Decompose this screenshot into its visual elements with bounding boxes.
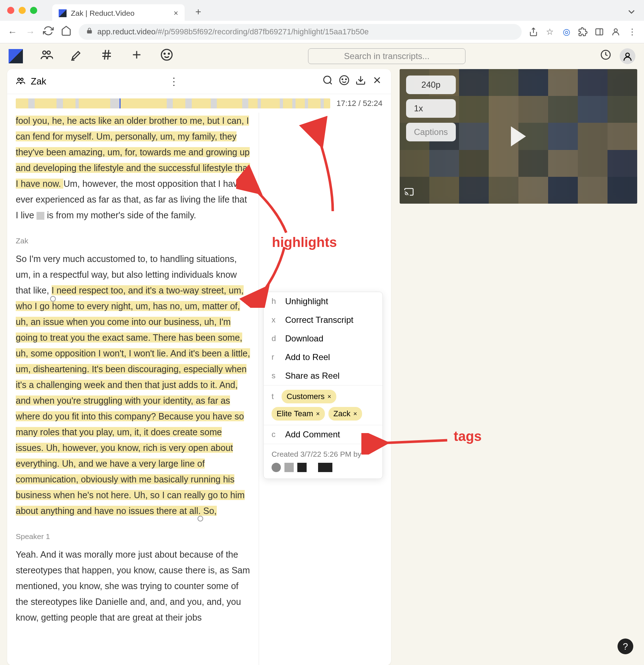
redacted-name xyxy=(318,463,332,472)
selection-handle-start[interactable] xyxy=(50,296,56,302)
chrome-dropdown-icon[interactable] xyxy=(626,6,637,17)
transcript-para: fool you, he, he acts like an older brot… xyxy=(16,113,250,223)
tags-row: tCustomers ×Elite Team ×Zack × xyxy=(264,385,382,425)
search-input[interactable]: Search in transcripts... xyxy=(308,48,465,64)
svg-point-16 xyxy=(18,78,20,81)
video-player[interactable]: 240p 1x Captions xyxy=(400,69,637,204)
speaker-label: Zak xyxy=(16,233,250,249)
panel-kebab-icon[interactable]: ⋮ xyxy=(169,76,179,87)
tag-remove-icon[interactable]: × xyxy=(327,393,331,401)
help-button[interactable]: ? xyxy=(618,639,633,654)
extension-1password-icon[interactable]: ◎ xyxy=(562,27,571,37)
selection-handle-end[interactable] xyxy=(197,516,203,521)
ctx-item-download[interactable]: dDownload xyxy=(264,329,382,348)
ctx-item-correct-transcript[interactable]: xCorrect Transcript xyxy=(264,311,382,329)
ctx-item-add-comment[interactable]: cAdd Comment xyxy=(264,425,382,444)
tag-chip[interactable]: Zack × xyxy=(328,407,362,421)
ctx-key: c xyxy=(272,430,278,439)
ctx-item-share-as-reel[interactable]: sShare as Reel xyxy=(264,367,382,385)
ctx-footer: Created 3/7/22 5:26 PM by xyxy=(264,444,382,479)
svg-point-15 xyxy=(626,53,629,57)
cast-icon[interactable] xyxy=(404,187,414,199)
people-icon[interactable] xyxy=(40,48,53,64)
svg-point-11 xyxy=(161,49,172,60)
ctx-key: d xyxy=(272,334,278,343)
transcript-para: So I'm very much accustomed to, to handl… xyxy=(16,251,250,519)
clock-icon[interactable] xyxy=(600,49,611,63)
timeline-segment xyxy=(283,98,292,108)
transcript-text[interactable]: fool you, he, he acts like an older brot… xyxy=(16,113,259,665)
back-button[interactable]: ← xyxy=(7,26,18,38)
video-panel: 240p 1x Captions xyxy=(400,69,638,665)
panel-download-icon[interactable] xyxy=(355,75,366,88)
redacted-name xyxy=(284,463,294,472)
bookmark-star-icon[interactable]: ☆ xyxy=(545,27,555,37)
extensions-icon[interactable] xyxy=(578,27,587,37)
plus-icon[interactable] xyxy=(130,48,143,64)
forward-button[interactable]: → xyxy=(25,26,36,38)
home-button[interactable] xyxy=(61,25,72,39)
time-label: 17:12 / 52:24 xyxy=(337,99,382,108)
tag-remove-icon[interactable]: × xyxy=(353,410,357,418)
svg-line-8 xyxy=(108,50,109,60)
ctx-key: t xyxy=(272,392,278,401)
ctx-item-unhighlight[interactable]: hUnhighlight xyxy=(264,292,382,311)
tag-chip[interactable]: Customers × xyxy=(282,390,336,403)
reload-button[interactable] xyxy=(43,25,54,39)
share-icon[interactable] xyxy=(529,27,538,37)
timeline-segment xyxy=(248,98,258,108)
tag-chip[interactable]: Elite Team × xyxy=(272,407,325,421)
ctx-label: Unhighlight xyxy=(285,296,328,306)
panel-header: Zak ⋮ xyxy=(7,69,391,94)
svg-point-21 xyxy=(342,79,343,80)
favicon-icon xyxy=(59,9,67,17)
window-minimize[interactable] xyxy=(19,7,26,14)
tab-title: Zak | Reduct.Video xyxy=(71,9,169,18)
tag-remove-icon[interactable]: × xyxy=(316,410,320,418)
timeline[interactable] xyxy=(16,98,330,108)
panel-search-icon[interactable] xyxy=(322,75,333,88)
timeline-segment xyxy=(63,98,75,108)
timeline-segment xyxy=(119,98,167,108)
svg-point-12 xyxy=(164,53,165,54)
browser-tab[interactable]: Zak | Reduct.Video × xyxy=(52,4,185,22)
svg-point-20 xyxy=(340,76,349,85)
profile-icon[interactable] xyxy=(611,27,620,37)
svg-point-22 xyxy=(346,79,347,80)
user-avatar[interactable] xyxy=(620,48,635,64)
window-close[interactable] xyxy=(7,7,14,14)
traffic-lights xyxy=(7,7,37,14)
panel-emoji-icon[interactable] xyxy=(339,75,350,88)
timeline-cursor[interactable] xyxy=(119,98,121,108)
ctx-key: s xyxy=(272,371,278,380)
panel-close-icon[interactable] xyxy=(372,75,382,88)
tab-close-icon[interactable]: × xyxy=(174,9,178,18)
browser-chrome: Zak | Reduct.Video × + ← → app.reduct.vi… xyxy=(0,0,644,43)
quality-selector[interactable]: 240p xyxy=(406,76,456,94)
hash-icon[interactable] xyxy=(100,48,113,64)
play-button-icon[interactable] xyxy=(511,126,526,146)
captions-toggle[interactable]: Captions xyxy=(406,123,456,141)
timeline-segment xyxy=(217,98,242,108)
lock-icon xyxy=(86,27,93,37)
highlighter-icon[interactable] xyxy=(70,48,83,64)
svg-point-3 xyxy=(43,51,46,54)
speaker-label: Speaker 1 xyxy=(16,529,250,544)
sidepanel-icon[interactable] xyxy=(595,27,604,37)
ctx-label: Add Comment xyxy=(285,429,340,440)
ctx-item-add-to-reel[interactable]: rAdd to Reel xyxy=(264,348,382,367)
app-logo-icon[interactable] xyxy=(9,49,23,63)
timeline-segment xyxy=(296,98,305,108)
transcript-para: Yeah. And it was morally more just about… xyxy=(16,547,250,625)
emoji-icon[interactable] xyxy=(160,48,173,64)
speed-selector[interactable]: 1x xyxy=(406,99,456,118)
redacted-name xyxy=(297,463,307,472)
kebab-menu-icon[interactable]: ⋮ xyxy=(628,27,637,37)
redacted-word xyxy=(36,212,44,220)
ctx-label: Correct Transcript xyxy=(285,315,353,325)
new-tab-button[interactable]: + xyxy=(195,6,201,18)
timeline-segment xyxy=(35,98,57,108)
timeline-row: 17:12 / 52:24 xyxy=(7,94,391,113)
window-maximize[interactable] xyxy=(30,7,37,14)
address-bar[interactable]: app.reduct.video/#/p/5998b5f692/recordin… xyxy=(79,24,522,40)
